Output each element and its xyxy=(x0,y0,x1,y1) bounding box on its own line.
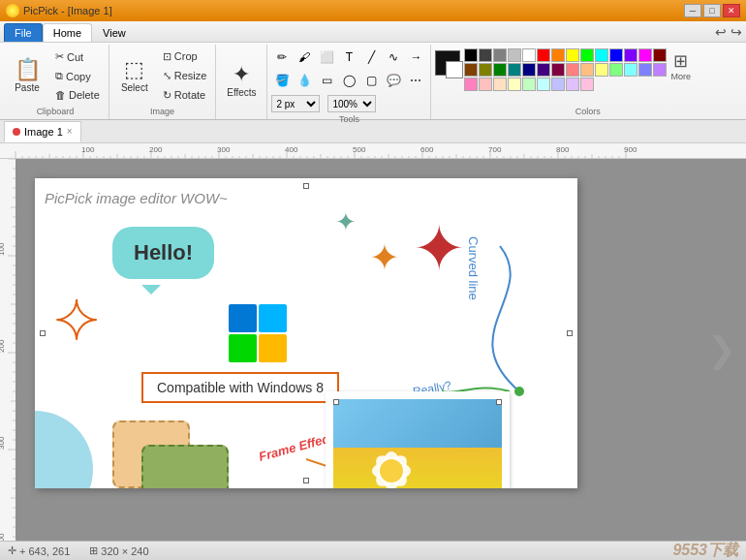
eraser-tool[interactable]: ⬜ xyxy=(316,47,337,68)
color-swatch[interactable] xyxy=(479,48,492,62)
more-tool[interactable]: ⋯ xyxy=(405,70,426,91)
pen-size-select[interactable]: 2 px1 px3 px xyxy=(271,95,320,112)
color-swatch[interactable] xyxy=(537,48,550,62)
pencil-tool[interactable]: ✏ xyxy=(271,47,293,68)
color-swatch[interactable] xyxy=(653,63,667,77)
color-swatch[interactable] xyxy=(537,63,550,77)
dropper-tool[interactable]: 💧 xyxy=(294,70,315,91)
select-button[interactable]: ⬚ Select xyxy=(113,49,156,102)
handle-tr[interactable] xyxy=(496,399,502,405)
tools-row-2: 🪣 💧 ▭ ◯ ▢ 💬 ⋯ xyxy=(271,70,426,91)
next-image-button[interactable]: ❯ xyxy=(707,329,736,370)
color-swatch[interactable] xyxy=(508,63,521,77)
color-swatch[interactable] xyxy=(493,48,507,62)
color-swatch[interactable] xyxy=(580,78,594,91)
curve-tool[interactable]: ∿ xyxy=(383,47,404,68)
color-swatch[interactable] xyxy=(551,48,565,62)
tab-close-button[interactable]: × xyxy=(67,126,73,137)
color-swatch[interactable] xyxy=(493,63,507,77)
color-swatch[interactable] xyxy=(566,63,579,77)
resize-icon: ⤡ xyxy=(163,70,171,82)
color-swatch[interactable] xyxy=(479,78,492,91)
color-swatch[interactable] xyxy=(595,63,608,77)
svg-text:900: 900 xyxy=(624,145,637,154)
color-swatch[interactable] xyxy=(609,48,623,62)
zoom-select[interactable]: 100%50%200% xyxy=(327,95,376,112)
colors-content: ⊞ More xyxy=(435,47,740,105)
color-swatch[interactable] xyxy=(493,78,507,91)
handle-top[interactable] xyxy=(303,183,309,189)
fill-tool[interactable]: 🪣 xyxy=(271,70,293,91)
image-tab[interactable]: Image 1 × xyxy=(4,121,81,142)
select-icon: ⬚ xyxy=(124,59,144,80)
blue-circle xyxy=(35,411,93,488)
rounded-rect-tool[interactable]: ▢ xyxy=(360,70,382,91)
color-swatch[interactable] xyxy=(624,48,637,62)
close-button[interactable]: ✕ xyxy=(723,4,740,17)
color-swatch[interactable] xyxy=(522,63,536,77)
svg-text:700: 700 xyxy=(488,145,502,154)
text-tool[interactable]: T xyxy=(338,47,359,68)
handle-bottom[interactable] xyxy=(303,478,309,483)
background-color[interactable] xyxy=(446,61,463,78)
color-swatch[interactable] xyxy=(522,48,536,62)
color-swatch[interactable] xyxy=(638,63,652,77)
color-swatch[interactable] xyxy=(653,48,667,62)
color-swatch[interactable] xyxy=(580,48,594,62)
rect-tool[interactable]: ▭ xyxy=(316,70,337,91)
canvas-frame[interactable]: PicPick image editor WOW~ Hello! ✦ Compa… xyxy=(35,178,577,488)
color-swatch[interactable] xyxy=(508,48,521,62)
color-preview xyxy=(435,50,460,76)
color-swatch[interactable] xyxy=(609,63,623,77)
more-colors-icon: ⊞ xyxy=(673,50,688,72)
effects-button[interactable]: ✦ Effects xyxy=(220,54,263,107)
arrow-draw-tool[interactable]: → xyxy=(405,47,426,68)
line-tool[interactable]: ╱ xyxy=(360,47,382,68)
minimize-button[interactable]: ─ xyxy=(684,4,701,17)
svg-text:200: 200 xyxy=(149,145,163,154)
color-swatch[interactable] xyxy=(566,48,579,62)
brush-tool[interactable]: 🖌 xyxy=(294,47,315,68)
app-icon xyxy=(6,4,19,17)
color-swatch[interactable] xyxy=(508,78,521,91)
maximize-button[interactable]: □ xyxy=(703,4,721,17)
redo-button[interactable]: ↪ xyxy=(730,24,742,40)
rotate-button[interactable]: ↻ Rotate xyxy=(158,86,212,105)
color-swatch[interactable] xyxy=(624,63,637,77)
tools-content: ✏ 🖌 ⬜ T ╱ ∿ → 🪣 💧 ▭ ◯ ▢ 💬 ⋯ 2 px1 px3 px xyxy=(271,47,426,112)
copy-button[interactable]: ⧉ Copy xyxy=(50,67,105,85)
foreground-color[interactable] xyxy=(435,50,460,76)
color-swatch[interactable] xyxy=(464,63,478,77)
handle-left[interactable] xyxy=(40,330,46,336)
color-swatch[interactable] xyxy=(479,63,492,77)
color-swatch[interactable] xyxy=(551,63,565,77)
tab-file[interactable]: File xyxy=(4,23,43,42)
handle-tl[interactable] xyxy=(333,399,339,405)
windows-logo xyxy=(229,304,287,362)
undo-button[interactable]: ↩ xyxy=(715,24,727,40)
crop-button[interactable]: ⊡ Crop xyxy=(158,47,212,66)
tab-view[interactable]: View xyxy=(92,23,137,42)
tab-home[interactable]: Home xyxy=(43,23,92,42)
cut-button[interactable]: ✂ Cut xyxy=(50,47,105,66)
more-colors-button[interactable]: ⊞ More xyxy=(670,50,691,81)
color-swatch[interactable] xyxy=(522,78,536,91)
color-swatch[interactable] xyxy=(551,78,565,91)
color-swatch[interactable] xyxy=(595,48,608,62)
color-swatch[interactable] xyxy=(464,48,478,62)
color-swatch[interactable] xyxy=(566,78,579,91)
ruler-v-svg: 100200300400500 xyxy=(0,159,16,541)
callout-tool[interactable]: 💬 xyxy=(383,70,404,91)
paste-button[interactable]: 📋 Paste xyxy=(6,49,48,102)
ellipse-tool[interactable]: ◯ xyxy=(338,70,359,91)
color-swatch[interactable] xyxy=(638,48,652,62)
color-swatch[interactable] xyxy=(580,63,594,77)
paste-icon: 📋 xyxy=(15,59,41,80)
color-swatch[interactable] xyxy=(464,78,478,91)
delete-button[interactable]: 🗑 Delete xyxy=(50,86,105,104)
resize-button[interactable]: ⤡ Resize xyxy=(158,67,212,85)
tools-row-1: ✏ 🖌 ⬜ T ╱ ∿ → xyxy=(271,47,426,68)
color-swatch[interactable] xyxy=(537,78,550,91)
handle-right[interactable] xyxy=(567,330,573,336)
effects-label xyxy=(220,114,263,117)
